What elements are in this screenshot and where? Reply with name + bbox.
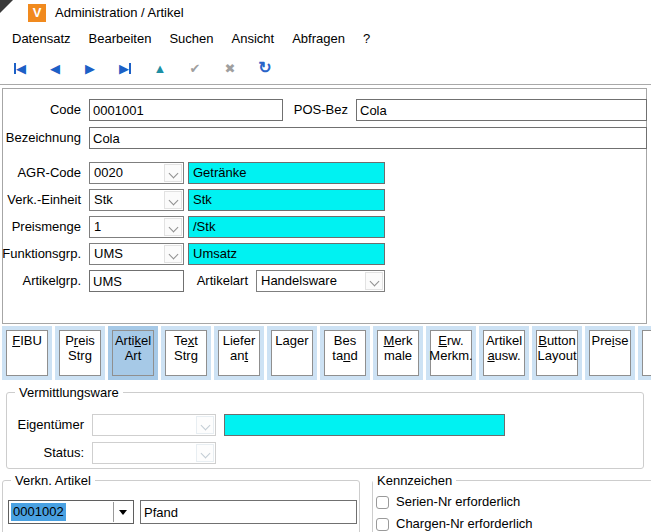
verk-einheit-desc-field: Stk bbox=[188, 189, 385, 211]
menu-item-ansicht[interactable]: Ansicht bbox=[223, 26, 284, 52]
tab-erw-merkm[interactable]: Erw.Merkm. bbox=[426, 326, 476, 380]
serien-nr-checkbox[interactable] bbox=[376, 496, 389, 509]
refresh-icon: ↻ bbox=[258, 60, 271, 76]
verk-einheit-dropdown[interactable]: Stk bbox=[89, 189, 184, 211]
refresh-button[interactable]: ↻ bbox=[253, 56, 277, 80]
up-triangle-icon: ▲ bbox=[154, 62, 167, 75]
check-icon: ✔ bbox=[190, 62, 201, 75]
pos-bez-input[interactable] bbox=[356, 99, 647, 121]
bezeichnung-input[interactable] bbox=[89, 127, 647, 149]
eigentuemer-desc-field bbox=[224, 414, 505, 436]
chevron-down-icon[interactable] bbox=[196, 416, 214, 434]
chevron-down-icon[interactable] bbox=[164, 218, 182, 236]
go-first-button[interactable]: ◀ bbox=[8, 56, 32, 80]
agr-code-label: AGR-Code bbox=[0, 162, 85, 184]
artikelart-dropdown[interactable]: Handelsware bbox=[256, 270, 385, 292]
window-title: Administration / Artikel bbox=[55, 0, 184, 26]
tab-merkmale[interactable]: Merkmale bbox=[373, 326, 423, 380]
chevron-down-icon[interactable] bbox=[164, 191, 182, 209]
tab-button-layout[interactable]: ButtonLayout bbox=[532, 326, 582, 380]
serien-nr-label: Serien-Nr erforderlich bbox=[396, 495, 520, 509]
chargen-nr-checkbox[interactable] bbox=[376, 518, 389, 531]
title-bar: V Administration / Artikel bbox=[0, 0, 651, 27]
menu-item-datensatz[interactable]: Datensatz bbox=[3, 26, 80, 52]
funktionsgrp-desc-field: Umsatz bbox=[188, 243, 385, 265]
last-record-icon: ▶ bbox=[119, 62, 129, 75]
app-icon: V bbox=[28, 4, 46, 22]
funktionsgrp-label: Funktionsgrp. bbox=[0, 243, 85, 265]
code-label: Code bbox=[0, 99, 85, 121]
verk-einheit-label: Verk.-Einheit bbox=[0, 189, 85, 211]
verkn-artikel-selected-value: 0001002 bbox=[11, 503, 66, 521]
tab-text-strg[interactable]: TextStrg bbox=[161, 326, 211, 380]
kennzeichen-legend: Kennzeichen bbox=[373, 473, 456, 488]
verkn-artikel-legend: Verkn. Artikel bbox=[11, 473, 95, 488]
window-corner bbox=[0, 0, 13, 13]
preismenge-label: Preismenge bbox=[0, 216, 85, 238]
pos-bez-label: POS-Bez bbox=[278, 99, 352, 121]
next-record-icon: ▶ bbox=[85, 62, 95, 75]
tab-artikel-art[interactable]: ArtikelArt bbox=[108, 326, 158, 380]
vermittlungsware-legend: Vermittlungsware bbox=[15, 385, 123, 400]
chevron-down-icon[interactable] bbox=[164, 245, 182, 263]
tab-bestand[interactable]: Bestand bbox=[320, 326, 370, 380]
agr-code-dropdown[interactable]: 0020 bbox=[89, 162, 184, 184]
move-up-button[interactable]: ▲ bbox=[148, 56, 172, 80]
verkn-artikel-name-input[interactable] bbox=[140, 500, 357, 524]
tab-fibu[interactable]: FIBU bbox=[2, 326, 52, 380]
menu-item-help[interactable]: ? bbox=[354, 26, 379, 52]
tab-preis-strg[interactable]: PreisStrg bbox=[55, 326, 105, 380]
chargen-nr-label: Chargen-Nr erforderlich bbox=[396, 517, 533, 531]
artikelart-label: Artikelart bbox=[180, 270, 252, 292]
go-previous-button[interactable]: ◀ bbox=[43, 56, 67, 80]
chevron-down-icon[interactable] bbox=[164, 164, 182, 182]
first-record-icon: ◀ bbox=[16, 62, 26, 75]
menu-item-abfragen[interactable]: Abfragen bbox=[283, 26, 354, 52]
verkn-artikel-combobox[interactable]: 0001002 bbox=[8, 500, 134, 524]
tab-partial bbox=[638, 326, 651, 380]
artikelgrp-label: Artikelgrp. bbox=[0, 270, 85, 292]
eigentuemer-dropdown[interactable] bbox=[92, 414, 216, 436]
application-window: V Administration / Artikel DatensatzBear… bbox=[0, 0, 651, 532]
go-next-button[interactable]: ▶ bbox=[78, 56, 102, 80]
chevron-down-icon[interactable] bbox=[365, 272, 383, 290]
chevron-down-icon[interactable] bbox=[196, 444, 214, 462]
eigentuemer-label: Eigentümer bbox=[0, 414, 88, 436]
previous-record-icon: ◀ bbox=[50, 62, 60, 75]
tab-strip: FIBUPreisStrgArtikelArtTextStrgLieferant… bbox=[2, 326, 651, 380]
code-input[interactable] bbox=[89, 99, 283, 121]
status-dropdown[interactable] bbox=[92, 442, 216, 464]
go-last-button[interactable]: ▶ bbox=[113, 56, 137, 80]
artikelgrp-input[interactable] bbox=[89, 270, 184, 292]
toolbar-separator bbox=[0, 84, 651, 85]
status-label: Status: bbox=[0, 442, 88, 464]
tab-artikel-ausw[interactable]: Artikelausw. bbox=[479, 326, 529, 380]
tab-lieferant[interactable]: Lieferant bbox=[214, 326, 264, 380]
confirm-button[interactable]: ✔ bbox=[183, 56, 207, 80]
agr-code-desc-field: Getränke bbox=[188, 162, 385, 184]
tab-preise[interactable]: Preise bbox=[585, 326, 635, 380]
serien-nr-checkbox-row: Serien-Nr erforderlich bbox=[376, 495, 520, 509]
dropdown-arrow-icon[interactable] bbox=[113, 502, 132, 522]
cancel-button[interactable]: ✖ bbox=[218, 56, 242, 80]
menu-item-suchen[interactable]: Suchen bbox=[160, 26, 222, 52]
tab-lager[interactable]: Lager bbox=[267, 326, 317, 380]
x-icon: ✖ bbox=[225, 62, 236, 75]
chargen-nr-checkbox-row: Chargen-Nr erforderlich bbox=[376, 517, 533, 531]
toolbar: ◀◀▶▶▲✔✖↻ bbox=[0, 52, 651, 84]
funktionsgrp-dropdown[interactable]: UMS bbox=[89, 243, 184, 265]
preismenge-desc-field: /Stk bbox=[188, 216, 385, 238]
menu-item-bearbeiten[interactable]: Bearbeiten bbox=[80, 26, 161, 52]
bezeichnung-label: Bezeichnung bbox=[0, 127, 85, 149]
menu-bar: DatensatzBearbeitenSuchenAnsichtAbfragen… bbox=[0, 26, 651, 52]
preismenge-dropdown[interactable]: 1 bbox=[89, 216, 184, 238]
